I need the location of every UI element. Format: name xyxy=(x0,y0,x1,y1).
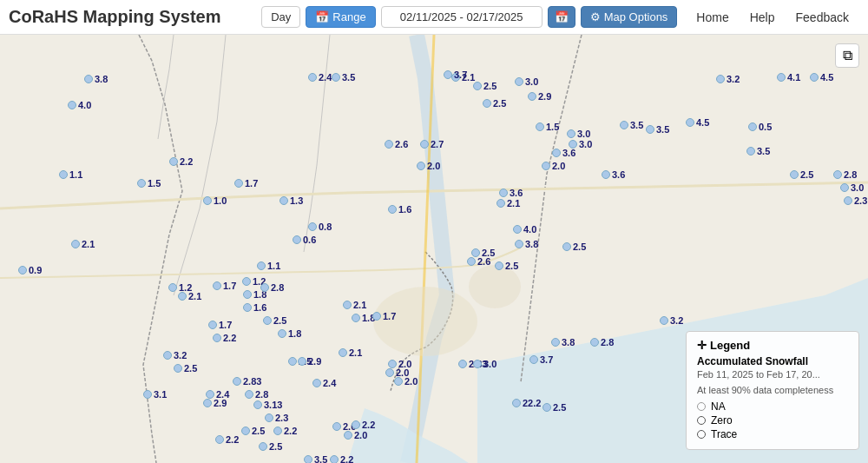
data-point-value: 2.9 xyxy=(308,356,321,367)
data-point-value: 3.5 xyxy=(656,124,669,135)
map-options-button[interactable]: ⚙ Map Options xyxy=(581,6,678,28)
data-point-value: 2.5 xyxy=(493,98,506,109)
data-point: 3.0 xyxy=(515,76,538,87)
data-point-dot xyxy=(234,179,243,188)
data-point-value: 2.1 xyxy=(507,198,520,208)
legend-label-trace: Trace xyxy=(711,428,737,440)
data-point-dot xyxy=(213,281,221,290)
data-point-dot xyxy=(385,140,393,149)
data-point-value: 3.5 xyxy=(630,120,643,130)
data-point-value: 1.7 xyxy=(383,311,396,321)
data-point-dot xyxy=(293,235,301,244)
data-point-value: 3.7 xyxy=(454,69,467,80)
data-point-dot xyxy=(473,82,482,90)
data-point-value: 1.1 xyxy=(69,169,82,180)
data-point: 1.5 xyxy=(137,178,161,189)
data-point: 2.6 xyxy=(385,139,408,149)
data-point: 2.8 xyxy=(590,337,614,347)
data-point-dot xyxy=(495,261,503,270)
day-button[interactable]: Day xyxy=(261,6,300,28)
data-point: 2.1 xyxy=(71,239,95,249)
data-point-value: 3.0 xyxy=(577,129,590,139)
data-point-dot xyxy=(233,377,241,386)
data-point-dot xyxy=(620,121,628,129)
calendar-button[interactable]: 📅 xyxy=(548,6,575,28)
data-point: 3.7 xyxy=(529,354,553,365)
data-point: 3.2 xyxy=(716,74,740,84)
home-link[interactable]: Home xyxy=(686,7,739,28)
data-point-value: 2.1 xyxy=(353,300,366,310)
data-point-value: 2.83 xyxy=(243,376,261,387)
svg-point-1 xyxy=(373,287,477,356)
data-point-value: 1.3 xyxy=(290,195,303,206)
data-point-value: 2.5 xyxy=(273,315,286,326)
data-point-dot xyxy=(499,189,508,197)
data-point-value: 2.4 xyxy=(319,72,332,83)
data-point: 2.5 xyxy=(473,81,496,91)
map-options-label: Map Options xyxy=(604,10,668,23)
data-point-value: 3.1 xyxy=(154,389,167,400)
data-point-value: 2.2 xyxy=(180,156,193,167)
app-header: CoRaHS Mapping System Day 📅 Range 📅 ⚙ Ma… xyxy=(0,0,868,35)
data-point-dot xyxy=(840,183,849,192)
help-link[interactable]: Help xyxy=(740,7,786,28)
data-point-value: 3.5 xyxy=(342,72,355,83)
data-point-value: 3.2 xyxy=(727,74,740,84)
data-point: 2.5 xyxy=(542,402,566,413)
data-point: 2.0 xyxy=(542,161,565,171)
layer-control-button[interactable]: ⧉ xyxy=(835,43,859,68)
data-point-value: 2.5 xyxy=(269,441,282,452)
data-point-dot xyxy=(513,225,522,234)
data-point-value: 2.3 xyxy=(275,413,288,423)
data-point-dot xyxy=(215,435,224,444)
data-point-value: 3.13 xyxy=(264,400,282,410)
map-container[interactable]: 3.84.01.11.52.42.12.53.02.93.24.14.51.53… xyxy=(0,35,868,463)
data-point-dot xyxy=(777,73,786,82)
data-point-value: 3.5 xyxy=(757,146,770,156)
legend-item-na: NA xyxy=(697,400,848,413)
data-point-dot xyxy=(243,303,252,312)
data-point-dot xyxy=(84,75,93,83)
data-point-dot xyxy=(372,312,381,321)
data-point: 3.6 xyxy=(499,188,523,198)
data-point: 1.3 xyxy=(279,195,303,206)
data-point: 2.3 xyxy=(844,195,867,206)
data-point: 2.0 xyxy=(394,376,418,387)
data-point-dot xyxy=(473,360,482,368)
data-point-value: 2.5 xyxy=(252,426,265,436)
data-point-value: 0.5 xyxy=(759,122,772,132)
data-point-dot xyxy=(467,257,476,266)
data-point: 3.0 xyxy=(567,129,590,139)
data-point-dot xyxy=(343,301,352,309)
data-point-dot xyxy=(529,355,538,364)
data-point-value: 3.7 xyxy=(540,354,553,365)
data-point-dot xyxy=(562,242,571,251)
data-point-dot xyxy=(542,403,551,412)
data-point-dot xyxy=(245,390,253,399)
legend-panel: ✛ Legend Accumulated Snowfall Feb 11, 20… xyxy=(686,331,859,450)
feedback-link[interactable]: Feedback xyxy=(786,7,859,28)
data-point-dot xyxy=(352,420,360,429)
data-point-dot xyxy=(208,321,217,329)
data-point-dot xyxy=(458,360,467,368)
data-point-dot xyxy=(304,455,312,463)
data-point: 2.1 xyxy=(496,198,520,208)
range-button[interactable]: 📅 Range xyxy=(306,6,375,28)
data-point: 3.5 xyxy=(746,146,770,156)
data-point: 2.2 xyxy=(169,156,193,167)
data-point-value: 2.5 xyxy=(800,169,813,180)
data-point: 2.1 xyxy=(343,300,366,310)
data-point-dot xyxy=(253,400,262,409)
data-point-value: 2.2 xyxy=(340,454,353,463)
data-point-value: 3.0 xyxy=(525,76,538,87)
legend-dot-trace xyxy=(697,430,706,439)
data-point: 2.2 xyxy=(352,420,375,430)
date-range-input[interactable] xyxy=(381,6,542,28)
legend-item-zero: Zero xyxy=(697,414,848,427)
layers-icon: ⧉ xyxy=(843,48,852,63)
data-point-value: 4.1 xyxy=(787,72,800,83)
data-point-value: 1.8 xyxy=(288,328,301,339)
data-point: 2.9 xyxy=(298,356,321,367)
data-point-dot xyxy=(444,70,452,79)
data-point-value: 2.0 xyxy=(427,161,440,171)
